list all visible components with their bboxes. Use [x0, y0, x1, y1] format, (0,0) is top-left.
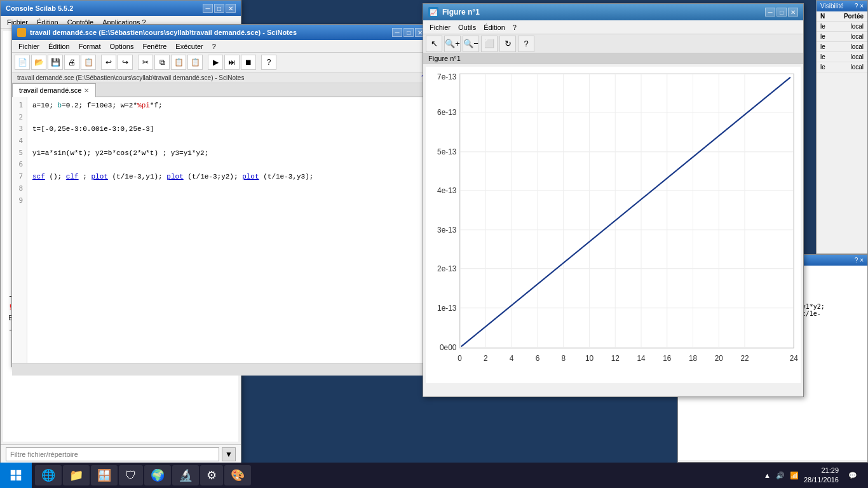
right-panel-controls[interactable]: ? × — [855, 3, 864, 10]
scinotes-menu-format[interactable]: Format — [75, 42, 105, 51]
right-panel-col-headers: N Portée — [817, 11, 867, 22]
toolbar-redo-btn[interactable]: ↪ — [118, 55, 133, 70]
code-line-9 — [32, 195, 425, 207]
editor-area[interactable]: 1 2 3 4 5 6 7 8 9 a=10; b=0.2; f=10e3; w… — [12, 97, 430, 363]
right-panel-row-2: le local — [817, 32, 867, 42]
svg-text:14: 14 — [637, 353, 645, 362]
tray-network-icon[interactable]: 📶 — [790, 471, 799, 480]
figure-minimize-btn[interactable]: ─ — [765, 8, 775, 17]
fig-toolbar-select-btn[interactable]: ↖ — [426, 36, 442, 52]
code-editor[interactable]: a=10; b=0.2; f=10e3; w=2*%pi*f; t=[-0,25… — [27, 97, 430, 363]
taskbar-datetime[interactable]: 21:29 28/11/2016 — [804, 466, 839, 485]
scinotes-menu-help[interactable]: ? — [208, 42, 220, 51]
figure-menu-edition[interactable]: Édition — [480, 23, 509, 32]
svg-text:8: 8 — [561, 353, 566, 362]
toolbar-help-btn[interactable]: ? — [261, 55, 276, 70]
row2-scope: local — [850, 33, 864, 40]
toolbar-exec2-btn[interactable]: ⏭ — [224, 55, 240, 70]
toolbar-print-btn[interactable]: 🖨 — [64, 55, 79, 70]
fig-toolbar-zoom-in-btn[interactable]: 🔍+ — [444, 36, 461, 52]
console-maximize-btn[interactable]: □ — [214, 4, 224, 13]
toolbar-open-btn[interactable]: 📂 — [31, 55, 46, 70]
line-numbers: 1 2 3 4 5 6 7 8 9 — [12, 97, 27, 363]
tab-close-btn[interactable]: ✕ — [84, 87, 89, 94]
taskbar-date-text: 28/11/2016 — [804, 475, 839, 485]
fig-toolbar-pan-btn[interactable]: ⬜ — [481, 36, 498, 52]
scinotes-menu-fenetre[interactable]: Fenêtre — [139, 42, 170, 51]
code-line-8 — [32, 183, 425, 195]
fig-toolbar-help2-btn[interactable]: ? — [518, 36, 534, 52]
taskbar-item-shield[interactable]: 🛡 — [119, 465, 143, 485]
row4-name: le — [820, 53, 825, 60]
svg-text:24: 24 — [790, 353, 798, 362]
figure-menubar: Fichier Outils Édition ? — [423, 20, 803, 34]
figure-menu-fichier[interactable]: Fichier — [426, 23, 454, 32]
scinotes-menu-fichier[interactable]: Fichier — [15, 42, 43, 51]
row4-scope: local — [850, 53, 864, 60]
scinotes-menu-edition[interactable]: Édition — [44, 42, 74, 51]
console-window-controls: ─ □ ✕ — [203, 4, 236, 13]
toolbar-new-btn[interactable]: 📄 — [15, 55, 30, 70]
fig-toolbar-rotate-btn[interactable]: ↻ — [499, 36, 516, 52]
code-line-4 — [32, 135, 425, 147]
scinotes-maximize-btn[interactable]: □ — [403, 28, 414, 37]
taskbar-tray: ▲ 🔊 📶 21:29 28/11/2016 💬 — [757, 466, 868, 485]
toolbar-save-btn[interactable]: 💾 — [48, 55, 63, 70]
toolbar-copy-btn[interactable]: ⧉ — [154, 55, 170, 70]
console-minimize-btn[interactable]: ─ — [203, 4, 213, 13]
col-header-scope: Portée — [844, 13, 864, 20]
row3-scope: local — [850, 43, 864, 50]
br-controls[interactable]: ? × — [855, 257, 864, 264]
taskbar-item-settings[interactable]: ⚙ — [200, 465, 223, 485]
tray-volume-icon[interactable]: 🔊 — [776, 471, 785, 480]
svg-text:4e-13: 4e-13 — [437, 186, 456, 195]
svg-text:0e00: 0e00 — [440, 343, 457, 352]
tray-expand-icon[interactable]: ▲ — [764, 471, 771, 479]
scinotes-menu-options[interactable]: Options — [106, 42, 138, 51]
filter-icon[interactable]: ▼ — [222, 447, 236, 461]
taskbar-item-window[interactable]: 🪟 — [91, 465, 118, 485]
toolbar-stop-btn[interactable]: ⏹ — [241, 55, 256, 70]
figure-titlebar: 📈 Figure n°1 ─ □ ✕ — [423, 4, 803, 20]
svg-text:12: 12 — [611, 353, 620, 362]
taskbar-item-paint[interactable]: 🎨 — [224, 465, 251, 485]
chart-svg: 0e00 1e-13 2e-13 3e-13 4e-13 5e-13 6e-13… — [426, 67, 801, 383]
row2-name: le — [820, 33, 825, 40]
code-line-1: a=10; b=0.2; f=10e3; w=2*%pi*f; — [32, 100, 425, 112]
svg-rect-46 — [11, 476, 16, 481]
row1-name: le — [820, 23, 825, 30]
toolbar-paste2-btn[interactable]: 📋 — [187, 55, 203, 70]
figure-menu-help[interactable]: ? — [509, 23, 520, 32]
toolbar-exec-btn[interactable]: ▶ — [208, 55, 223, 70]
scinotes-window: travail demandé.sce (E:\Sébastien\cours\… — [11, 24, 431, 367]
figure-menu-outils[interactable]: Outils — [454, 23, 480, 32]
code-line-7: scf (); clf ; plot (t/1e-3,y1); plot (t/… — [32, 171, 425, 183]
taskbar-shield-icon: 🛡 — [125, 469, 137, 482]
taskbar-item-scilab[interactable]: 🔬 — [172, 465, 199, 485]
scinotes-menu-executer[interactable]: Exécuter — [172, 42, 207, 51]
taskbar-item-explorer[interactable]: 📁 — [63, 465, 90, 485]
figure-close-btn[interactable]: ✕ — [788, 8, 798, 17]
console-filter-bar: ▼ — [1, 444, 241, 464]
scinotes-minimize-btn[interactable]: ─ — [392, 28, 402, 37]
console-close-btn[interactable]: ✕ — [226, 4, 236, 13]
svg-text:6: 6 — [536, 353, 540, 362]
right-panel-header: Visibilité ? × — [817, 1, 867, 11]
fig-toolbar-zoom-out-btn[interactable]: 🔍− — [463, 36, 479, 52]
toolbar-undo-btn[interactable]: ↩ — [101, 55, 116, 70]
toolbar-print2-btn[interactable]: 📋 — [81, 55, 96, 70]
notification-icon[interactable]: 💬 — [844, 466, 862, 484]
figure-label: Figure n°1 — [423, 53, 803, 64]
figure-window: 📈 Figure n°1 ─ □ ✕ Fichier Outils Éditio… — [423, 3, 804, 397]
toolbar-cut-btn[interactable]: ✂ — [138, 55, 153, 70]
breadcrumb-text: travail demandé.sce (E:\Sébastien\cours\… — [17, 74, 244, 81]
toolbar-paste-btn[interactable]: 📋 — [171, 55, 186, 70]
scinotes-toolbar: 📄 📂 💾 🖨 📋 ↩ ↪ ✂ ⧉ 📋 📋 ▶ ⏭ ⏹ ? — [12, 53, 430, 72]
taskbar-item-ie[interactable]: 🌐 — [35, 465, 62, 485]
code-line-5: y1=a*sin(w*t); y2=b*cos(2*w*t) ; y3=y1*y… — [32, 147, 425, 159]
tab-travail[interactable]: travail demandé.sce ✕ — [12, 83, 96, 97]
filter-input[interactable] — [6, 447, 219, 461]
taskbar-item-browser[interactable]: 🌍 — [144, 465, 171, 485]
figure-maximize-btn[interactable]: □ — [776, 8, 787, 17]
start-button[interactable] — [0, 463, 32, 488]
